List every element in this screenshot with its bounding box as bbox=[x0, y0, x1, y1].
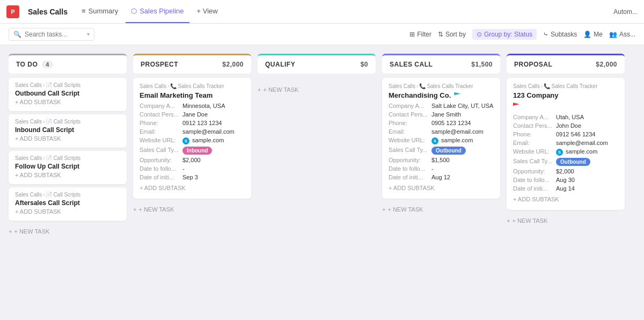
new-task-todo[interactable]: + + NEW TASK bbox=[9, 225, 127, 238]
plus-icon: + bbox=[507, 217, 510, 224]
filter-btn[interactable]: ⊞ Filter bbox=[409, 31, 431, 38]
summary-icon: ≡ bbox=[82, 7, 86, 15]
todo-card-1: Sales Calls › 📄 Call Scripts Outbound Ca… bbox=[9, 78, 127, 111]
subtasks-btn[interactable]: ⤷ Subtasks bbox=[543, 31, 577, 38]
new-task-qualify[interactable]: + + NEW TASK bbox=[258, 78, 376, 97]
phone-icon: 📞 bbox=[170, 83, 177, 89]
field-phone: Phone: 0912 123 1234 bbox=[140, 120, 245, 126]
column-amount-proposal: $2,000 bbox=[596, 61, 617, 68]
new-task-sales-call[interactable]: + + NEW TASK bbox=[382, 203, 500, 216]
script-icon: 📄 bbox=[46, 82, 52, 88]
plus-icon: + bbox=[9, 228, 12, 235]
column-qualify: QUALIFY $0 + + NEW TASK bbox=[258, 54, 376, 311]
new-task-proposal[interactable]: + + NEW TASK bbox=[507, 214, 625, 227]
badge-inbound: Inbound bbox=[182, 147, 212, 155]
top-bar: P Sales Calls ≡ Summary ⬡ Sales Pipeline… bbox=[0, 0, 644, 24]
field-company: Company A... Utah, USA bbox=[513, 114, 618, 120]
field-website: Website URL: S sample.com bbox=[389, 137, 494, 144]
column-header-qualify: QUALIFY $0 bbox=[258, 54, 376, 74]
field-date-init: Date of initi... Aug 14 bbox=[513, 185, 618, 192]
card-title: Email Marketing Team bbox=[140, 91, 245, 99]
toolbar: 🔍 ▾ ⊞ Filter ⇅ Sort by ⊙ Group by: Statu… bbox=[0, 24, 644, 45]
card-title: Aftersales Call Script bbox=[15, 199, 120, 207]
group-icon: ⊙ bbox=[477, 31, 482, 38]
column-sales-call: SALES CALL $1,500 Sales Calls › 📞 Sales … bbox=[382, 54, 500, 311]
column-count-todo: 4 bbox=[42, 61, 53, 68]
salesforce-icon: S bbox=[431, 137, 438, 144]
breadcrumb: Sales Calls › 📄 Call Scripts bbox=[15, 82, 120, 88]
pipeline-icon: ⬡ bbox=[131, 7, 137, 15]
nav-view[interactable]: + View bbox=[192, 0, 223, 23]
todo-card-4: Sales Calls › 📄 Call Scripts Aftersales … bbox=[9, 187, 127, 221]
field-opportunity: Opportunity: $2,000 bbox=[513, 168, 618, 174]
top-nav: ≡ Summary ⬡ Sales Pipeline + View bbox=[76, 0, 223, 23]
column-amount-qualify: $0 bbox=[361, 61, 368, 68]
add-subtask[interactable]: + ADD SUBTASK bbox=[15, 207, 120, 216]
filter-icon: ⊞ bbox=[409, 31, 415, 38]
group-btn[interactable]: ⊙ Group by: Status bbox=[472, 29, 537, 40]
field-company: Company A... Minnesota, USA bbox=[140, 103, 245, 109]
field-email: Email: sample@email.com bbox=[389, 128, 494, 135]
field-date-init: Date of initi... Sep 3 bbox=[140, 174, 245, 180]
card-title: Inbound Call Script bbox=[15, 126, 120, 134]
nav-summary[interactable]: ≡ Summary bbox=[76, 0, 123, 23]
field-date-follow: Date to follo... - bbox=[389, 165, 494, 172]
salesforce-icon: S bbox=[556, 149, 563, 156]
kanban-board: TO DO 4 Sales Calls › 📄 Call Scripts Out… bbox=[0, 45, 644, 320]
script-icon: 📄 bbox=[46, 192, 52, 198]
sort-icon: ⇅ bbox=[438, 31, 443, 38]
sort-btn[interactable]: ⇅ Sort by bbox=[438, 31, 466, 38]
new-task-prospect[interactable]: + + NEW TASK bbox=[133, 203, 251, 216]
card-title: Outbound Call Script bbox=[15, 90, 120, 97]
card-title: Follow Up Call Script bbox=[15, 163, 120, 170]
breadcrumb: Sales Calls › 📄 Call Scripts bbox=[15, 192, 120, 198]
column-header-todo: TO DO 4 bbox=[9, 54, 127, 74]
column-header-sales-call: SALES CALL $1,500 bbox=[382, 54, 500, 74]
field-date-follow: Date to follo... Aug 30 bbox=[513, 177, 618, 183]
field-opportunity: Opportunity: $1,500 bbox=[389, 157, 494, 163]
prospect-card-1: Sales Calls › 📞 Sales Calls Tracker Emai… bbox=[133, 78, 251, 199]
column-prospect: PROSPECT $2,000 Sales Calls › 📞 Sales Ca… bbox=[133, 54, 251, 311]
breadcrumb: Sales Calls › 📄 Call Scripts bbox=[15, 155, 120, 161]
page-title: Sales Calls bbox=[28, 8, 68, 16]
badge-outbound: Outbound bbox=[556, 158, 590, 166]
breadcrumb: Sales Calls › 📞 Sales Calls Tracker bbox=[140, 83, 245, 89]
breadcrumb: Sales Calls › 📞 Sales Calls Tracker bbox=[389, 83, 494, 89]
field-website: Website URL: S sample.com bbox=[513, 148, 618, 156]
add-subtask[interactable]: + ADD SUBTASK bbox=[140, 183, 245, 193]
add-subtask[interactable]: + ADD SUBTASK bbox=[513, 194, 618, 205]
field-contact: Contact Pers... John Doe bbox=[513, 122, 618, 129]
add-subtask[interactable]: + ADD SUBTASK bbox=[15, 97, 120, 107]
todo-card-3: Sales Calls › 📄 Call Scripts Follow Up C… bbox=[9, 151, 127, 184]
user-icon: 👤 bbox=[583, 31, 591, 38]
card-title: Merchandising Co. bbox=[389, 91, 451, 99]
field-phone: Phone: 0912 546 1234 bbox=[513, 131, 618, 137]
field-opportunity: Opportunity: $2,000 bbox=[140, 157, 245, 163]
salesforce-icon: S bbox=[182, 137, 189, 144]
column-header-proposal: PROPOSAL $2,000 bbox=[507, 54, 625, 74]
field-phone: Phone: 0905 123 1234 bbox=[389, 120, 494, 126]
search-icon: 🔍 bbox=[13, 31, 21, 38]
top-bar-right: Autom... bbox=[613, 8, 638, 16]
search-input[interactable] bbox=[25, 31, 84, 38]
field-email: Email: sample@email.com bbox=[140, 128, 245, 135]
nav-sales-pipeline[interactable]: ⬡ Sales Pipeline bbox=[126, 0, 189, 23]
field-contact: Contact Pers... Jane Doe bbox=[140, 111, 245, 118]
proposal-card-1: Sales Calls › 📞 Sales Calls Tracker 123 … bbox=[507, 78, 625, 210]
search-container[interactable]: 🔍 ▾ bbox=[9, 28, 94, 41]
column-proposal: PROPOSAL $2,000 Sales Calls › 📞 Sales Ca… bbox=[507, 54, 625, 311]
field-call-type: Sales Call Ty... Outbound bbox=[513, 158, 618, 166]
add-subtask[interactable]: + ADD SUBTASK bbox=[15, 170, 120, 180]
todo-card-2: Sales Calls › 📄 Call Scripts Inbound Cal… bbox=[9, 114, 127, 148]
toolbar-right: ⊞ Filter ⇅ Sort by ⊙ Group by: Status ⤷ … bbox=[409, 29, 635, 40]
assignee-btn[interactable]: 👥 Ass... bbox=[609, 31, 635, 38]
me-btn[interactable]: 👤 Me bbox=[583, 31, 603, 38]
phone-icon: 📞 bbox=[544, 83, 550, 89]
add-subtask[interactable]: + ADD SUBTASK bbox=[389, 183, 494, 193]
assignee-icon: 👥 bbox=[609, 31, 617, 38]
add-subtask[interactable]: + ADD SUBTASK bbox=[15, 134, 120, 143]
script-icon: 📄 bbox=[46, 155, 52, 161]
app-icon: P bbox=[6, 5, 19, 18]
plus-icon: + bbox=[258, 86, 261, 93]
column-amount-prospect: $2,000 bbox=[222, 61, 244, 68]
